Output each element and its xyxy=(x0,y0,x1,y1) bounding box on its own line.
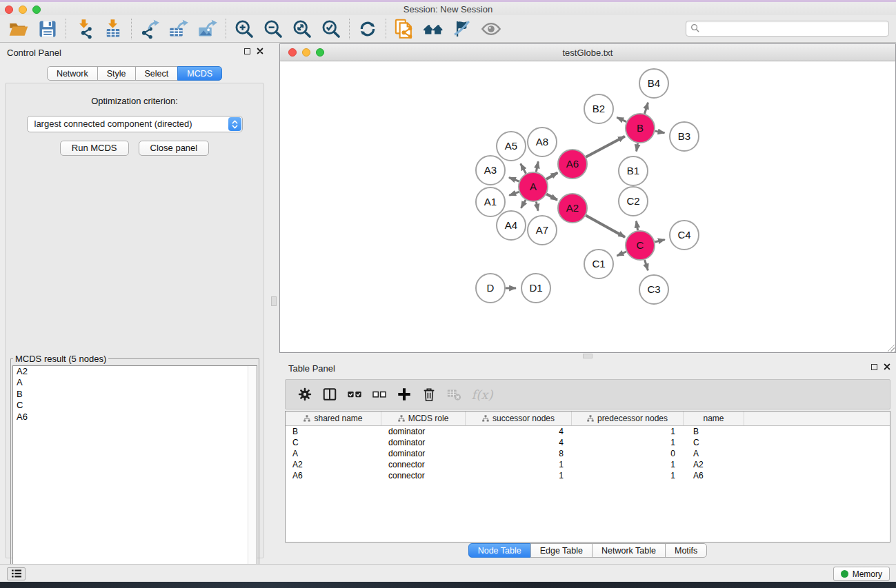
graph-node-C4[interactable]: C4 xyxy=(670,221,699,250)
graph-node-D1[interactable]: D1 xyxy=(521,274,550,303)
memory-status-icon xyxy=(841,570,848,578)
select-all-icon[interactable] xyxy=(342,382,367,407)
search-input[interactable] xyxy=(703,24,884,34)
save-session-icon[interactable] xyxy=(33,17,62,41)
graph-edge-B-B3 xyxy=(655,131,665,133)
graph-node-A1[interactable]: A1 xyxy=(476,187,505,216)
result-list-item[interactable]: C xyxy=(13,400,257,411)
svg-text:C4: C4 xyxy=(677,229,690,241)
network-from-file-icon[interactable] xyxy=(390,17,419,41)
zoom-in-icon[interactable] xyxy=(230,17,259,41)
import-table-icon[interactable] xyxy=(99,17,128,41)
graph-node-B2[interactable]: B2 xyxy=(584,94,613,123)
tab-edge-table[interactable]: Edge Table xyxy=(530,543,593,558)
table-cell: dominator xyxy=(381,427,466,436)
splitter-grip[interactable] xyxy=(271,296,277,306)
graph-node-C3[interactable]: C3 xyxy=(639,275,668,304)
zoom-selected-icon[interactable] xyxy=(317,17,346,41)
column-header-MCDS-role[interactable]: MCDS role xyxy=(381,412,466,425)
zoom-out-icon[interactable] xyxy=(259,17,288,41)
tab-select[interactable]: Select xyxy=(135,66,179,81)
columns-icon[interactable] xyxy=(317,382,342,407)
result-list-item[interactable]: B xyxy=(13,389,257,400)
zoom-fit-icon[interactable] xyxy=(288,17,317,41)
float-table-panel-icon[interactable] xyxy=(871,364,877,370)
open-session-icon[interactable] xyxy=(4,17,33,41)
column-header-name[interactable]: name xyxy=(684,412,744,425)
graph-node-A3[interactable]: A3 xyxy=(476,156,505,185)
table-row[interactable]: Bdominator41B xyxy=(286,426,890,437)
close-panel-button[interactable]: Close panel xyxy=(139,141,210,156)
export-image-icon[interactable] xyxy=(193,17,222,41)
search-field[interactable] xyxy=(686,21,889,37)
graph-node-A5[interactable]: A5 xyxy=(497,132,526,161)
result-list-item[interactable]: A xyxy=(13,377,257,388)
close-panel-icon[interactable] xyxy=(257,48,263,54)
table-toolbar: f(x) xyxy=(285,379,890,409)
export-table-icon[interactable] xyxy=(164,17,193,41)
criterion-select[interactable]: largest connected component (directed) xyxy=(27,116,243,132)
tab-network[interactable]: Network xyxy=(47,66,98,81)
svg-text:A6: A6 xyxy=(566,158,579,170)
graph-node-A7[interactable]: A7 xyxy=(528,216,557,245)
vertical-splitter[interactable] xyxy=(269,43,279,564)
table-row[interactable]: A6connector11A6 xyxy=(286,470,890,481)
table-cell: dominator xyxy=(381,449,466,458)
graph-node-B1[interactable]: B1 xyxy=(619,156,648,185)
graph-node-C2[interactable]: C2 xyxy=(619,187,648,216)
graph-node-B3[interactable]: B3 xyxy=(670,122,699,151)
table-cell: 1 xyxy=(572,460,684,469)
graph-node-B[interactable]: B xyxy=(626,114,655,143)
result-scrollbar[interactable] xyxy=(248,366,257,588)
graph-edge-C-C1 xyxy=(617,252,626,256)
column-header-predecessor-nodes[interactable]: predecessor nodes xyxy=(572,412,684,425)
table-cell: 4 xyxy=(466,438,572,447)
show-details-icon[interactable] xyxy=(477,17,506,41)
graph-node-A2[interactable]: A2 xyxy=(558,194,587,223)
tab-style[interactable]: Style xyxy=(97,66,136,81)
horizontal-splitter-grip[interactable] xyxy=(583,354,593,358)
graph-node-B4[interactable]: B4 xyxy=(639,69,668,98)
import-network-icon[interactable] xyxy=(70,17,99,41)
gear-icon[interactable] xyxy=(292,382,317,407)
tab-node-table[interactable]: Node Table xyxy=(468,543,531,558)
add-icon[interactable] xyxy=(392,382,417,407)
home-layout-icon[interactable] xyxy=(419,17,448,41)
memory-button[interactable]: Memory xyxy=(833,567,890,581)
table-row[interactable]: A2connector11A2 xyxy=(286,459,890,470)
graph-node-A6[interactable]: A6 xyxy=(558,150,587,179)
app-title: Session: New Session xyxy=(0,4,896,14)
table-row[interactable]: Adominator80A xyxy=(286,448,890,459)
delete-icon[interactable] xyxy=(417,382,441,407)
refresh-icon[interactable] xyxy=(353,17,382,41)
table-row[interactable]: Cdominator41C xyxy=(286,437,890,448)
graph-edge-B-B2 xyxy=(617,117,626,121)
float-panel-icon[interactable] xyxy=(244,48,250,54)
graph-node-A4[interactable]: A4 xyxy=(497,211,526,240)
graph-edge-A-A7 xyxy=(536,202,538,211)
graph-node-C[interactable]: C xyxy=(626,231,655,260)
tab-mcds[interactable]: MCDS xyxy=(177,66,222,81)
control-panel: Control Panel NetworkStyleSelectMCDS Opt… xyxy=(0,43,269,564)
export-network-icon[interactable] xyxy=(135,17,164,41)
result-list-item[interactable]: A6 xyxy=(13,412,257,423)
graph-edge-C-C2 xyxy=(637,221,638,231)
run-mcds-button[interactable]: Run MCDS xyxy=(60,141,129,156)
svg-text:C3: C3 xyxy=(647,283,660,295)
graph-node-A[interactable]: A xyxy=(519,172,548,201)
column-header-shared-name[interactable]: shared name xyxy=(286,412,381,425)
network-window-titlebar[interactable]: testGlobe.txt xyxy=(280,44,895,61)
column-header-successor-nodes[interactable]: successor nodes xyxy=(466,412,572,425)
graph-node-D[interactable]: D xyxy=(476,274,505,303)
graph-node-C1[interactable]: C1 xyxy=(584,250,613,278)
network-list-button[interactable] xyxy=(7,567,26,580)
deselect-all-icon[interactable] xyxy=(367,382,392,407)
tab-network-table[interactable]: Network Table xyxy=(592,543,666,558)
network-canvas[interactable]: B4B2BB3A5A8A6B1A3AC2A1A2A4A7C4CC1C3DD1 xyxy=(280,61,895,352)
close-table-panel-icon[interactable] xyxy=(884,363,890,370)
svg-text:A: A xyxy=(530,181,537,192)
tab-motifs[interactable]: Motifs xyxy=(665,543,707,558)
hide-details-icon[interactable] xyxy=(448,17,477,41)
graph-node-A8[interactable]: A8 xyxy=(528,128,557,156)
result-list-item[interactable]: A2 xyxy=(13,366,257,377)
